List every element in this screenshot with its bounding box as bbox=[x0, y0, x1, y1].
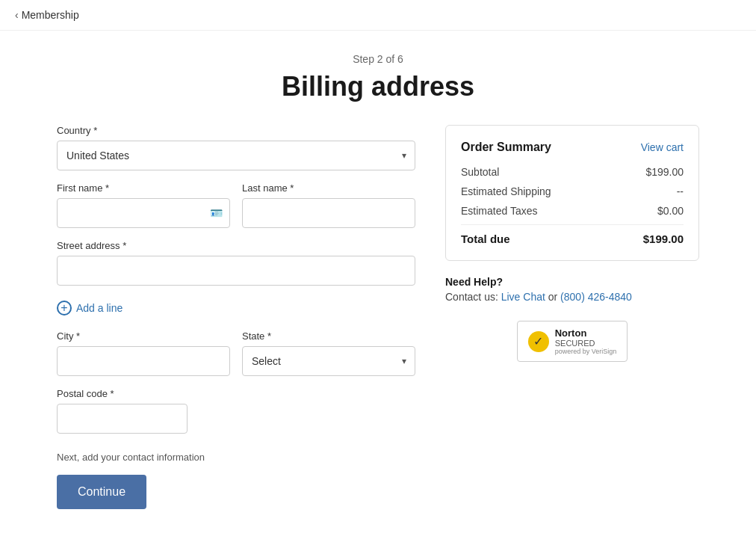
help-section: Need Help? Contact us: Live Chat or (800… bbox=[445, 276, 699, 303]
help-contact: Contact us: Live Chat or (800) 426-4840 bbox=[445, 291, 699, 303]
taxes-label: Estimated Taxes bbox=[461, 205, 537, 217]
back-link[interactable]: ‹ Membership bbox=[15, 9, 79, 21]
next-info-text: Next, add your contact information bbox=[57, 452, 415, 463]
street-input[interactable] bbox=[57, 256, 415, 286]
or-text: or bbox=[548, 291, 557, 303]
view-cart-link[interactable]: View cart bbox=[641, 141, 684, 153]
norton-powered-label: powered by VeriSign bbox=[555, 348, 617, 355]
back-arrow-icon: ‹ bbox=[15, 9, 19, 21]
first-name-field-group: First name * 🪪 bbox=[57, 182, 230, 228]
country-select-wrapper: United States Canada United Kingdom Aust… bbox=[57, 141, 415, 170]
postal-required-star: * bbox=[111, 388, 114, 399]
shipping-row: Estimated Shipping -- bbox=[461, 185, 684, 197]
subtotal-label: Subtotal bbox=[461, 166, 499, 178]
last-name-field-group: Last name * bbox=[242, 182, 415, 228]
last-name-required-star: * bbox=[290, 182, 294, 194]
norton-brand-label: Norton bbox=[555, 327, 617, 339]
city-input[interactable] bbox=[57, 346, 230, 376]
main-content: Step 2 of 6 Billing address Country * Un… bbox=[42, 31, 714, 532]
norton-badge-inner: ✓ Norton SECURED powered by VeriSign bbox=[517, 321, 628, 362]
page-title: Billing address bbox=[57, 71, 699, 102]
subtotal-row: Subtotal $199.00 bbox=[461, 166, 684, 178]
last-name-label: Last name * bbox=[242, 182, 415, 194]
shipping-label: Estimated Shipping bbox=[461, 185, 551, 197]
subtotal-value: $199.00 bbox=[645, 166, 684, 178]
first-name-input[interactable] bbox=[57, 198, 230, 228]
contact-card-icon: 🪪 bbox=[210, 207, 223, 219]
city-required-star: * bbox=[76, 330, 80, 342]
help-title: Need Help? bbox=[445, 276, 699, 288]
city-state-row: City * State * Select AlabamaAlaskaArizo… bbox=[57, 330, 415, 388]
country-select[interactable]: United States Canada United Kingdom Aust… bbox=[57, 141, 415, 170]
top-navigation: ‹ Membership bbox=[0, 0, 756, 31]
norton-text: Norton SECURED powered by VeriSign bbox=[555, 327, 617, 355]
norton-secured-label: SECURED bbox=[555, 339, 617, 348]
add-line-button[interactable]: + Add a line bbox=[57, 298, 123, 318]
postal-field-group: Postal code * bbox=[57, 388, 415, 434]
plus-circle-icon: + bbox=[57, 301, 72, 316]
state-select-wrapper: Select AlabamaAlaskaArizona CaliforniaCo… bbox=[242, 346, 415, 376]
billing-form: Country * United States Canada United Ki… bbox=[57, 125, 415, 509]
live-chat-link[interactable]: Live Chat bbox=[501, 291, 545, 303]
norton-check-icon: ✓ bbox=[528, 331, 549, 352]
first-name-wrapper: 🪪 bbox=[57, 198, 230, 228]
summary-title: Order Summary bbox=[461, 141, 551, 154]
country-field-group: Country * United States Canada United Ki… bbox=[57, 125, 415, 170]
last-name-input[interactable] bbox=[242, 198, 415, 228]
total-row: Total due $199.00 bbox=[461, 233, 684, 245]
street-required-star: * bbox=[123, 240, 126, 251]
name-row: First name * 🪪 Last name * bbox=[57, 182, 415, 240]
continue-button[interactable]: Continue bbox=[57, 475, 146, 509]
sidebar: Order Summary View cart Subtotal $199.00… bbox=[445, 125, 699, 362]
state-required-star: * bbox=[267, 330, 271, 342]
taxes-value: $0.00 bbox=[657, 205, 684, 217]
total-value: $199.00 bbox=[643, 233, 684, 245]
state-label: State * bbox=[242, 330, 415, 342]
country-label: Country * bbox=[57, 125, 415, 136]
city-field-group: City * bbox=[57, 330, 230, 376]
contact-text: Contact us: bbox=[445, 291, 498, 303]
country-required-star: * bbox=[93, 125, 97, 136]
street-label: Street address * bbox=[57, 240, 415, 251]
order-summary-box: Order Summary View cart Subtotal $199.00… bbox=[445, 125, 699, 261]
state-field-group: State * Select AlabamaAlaskaArizona Cali… bbox=[242, 330, 415, 376]
city-label: City * bbox=[57, 330, 230, 342]
add-line-label: Add a line bbox=[76, 302, 123, 314]
street-field-group: Street address * bbox=[57, 240, 415, 286]
norton-badge: ✓ Norton SECURED powered by VeriSign bbox=[445, 321, 699, 362]
first-name-label: First name * bbox=[57, 182, 230, 194]
taxes-row: Estimated Taxes $0.00 bbox=[461, 205, 684, 217]
back-label: Membership bbox=[22, 9, 79, 21]
total-label: Total due bbox=[461, 233, 510, 245]
state-select[interactable]: Select AlabamaAlaskaArizona CaliforniaCo… bbox=[242, 346, 415, 376]
shipping-value: -- bbox=[677, 185, 684, 197]
step-indicator: Step 2 of 6 bbox=[57, 53, 699, 65]
first-name-required-star: * bbox=[105, 182, 109, 194]
postal-input[interactable] bbox=[57, 404, 188, 434]
summary-divider bbox=[461, 224, 684, 225]
postal-label: Postal code * bbox=[57, 388, 415, 399]
phone-link[interactable]: (800) 426-4840 bbox=[560, 291, 632, 303]
summary-header: Order Summary View cart bbox=[461, 141, 684, 154]
form-layout: Country * United States Canada United Ki… bbox=[57, 125, 699, 509]
